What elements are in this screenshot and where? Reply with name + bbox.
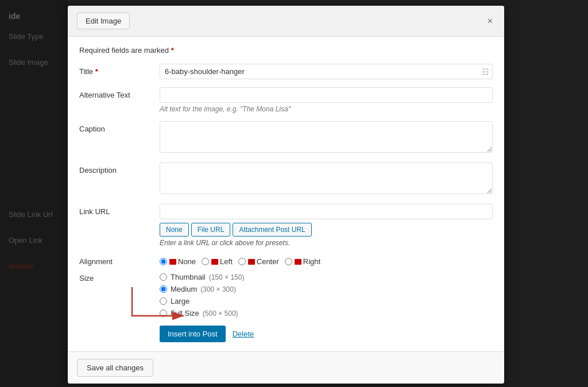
alignment-left-radio[interactable] <box>202 258 209 265</box>
link-url-input[interactable] <box>160 204 493 219</box>
required-fields-note: Required fields are marked * <box>79 46 493 55</box>
modal-footer: Save all changes <box>68 351 504 384</box>
size-medium-dims: (300 × 300) <box>200 285 236 293</box>
align-left-icon <box>211 259 218 265</box>
alignment-none-label: None <box>178 257 196 266</box>
size-fullsize-option[interactable]: Full Size (500 × 500) <box>160 309 244 318</box>
size-thumbnail-label: Thumbnail <box>171 273 206 281</box>
alignment-center-option[interactable]: Center <box>238 257 279 266</box>
alignment-none-radio[interactable] <box>160 258 167 265</box>
link-url-control: None File URL Attachment Post URL Enter … <box>160 204 493 254</box>
size-medium-option[interactable]: Medium (300 × 300) <box>160 285 244 293</box>
modal-body: Required fields are marked * Title * ☷ A… <box>68 37 504 351</box>
delete-link[interactable]: Delete <box>233 330 254 338</box>
attachment-post-url-button[interactable]: Attachment Post URL <box>233 223 311 237</box>
alignment-none-option[interactable]: None <box>160 257 196 266</box>
description-textarea[interactable] <box>160 162 493 194</box>
alignment-center-label: Center <box>257 257 279 266</box>
alt-text-hint: Alt text for the image, e.g. "The Mona L… <box>160 105 493 113</box>
edit-image-modal: Edit Image × Required fields are marked … <box>68 6 504 384</box>
size-large-radio[interactable] <box>160 297 167 305</box>
size-medium-label: Medium <box>171 285 197 293</box>
size-section: Size Thumbnail (150 × 150) Medium (300 ×… <box>79 273 493 318</box>
title-icon: ☷ <box>482 67 489 76</box>
title-label: Title * <box>79 64 160 76</box>
description-control <box>160 162 493 196</box>
align-center-icon <box>248 259 255 265</box>
modal-header: Edit Image × <box>68 6 504 37</box>
size-thumbnail-dims: (150 × 150) <box>209 273 245 281</box>
size-fullsize-radio[interactable] <box>160 309 167 317</box>
size-thumbnail-option[interactable]: Thumbnail (150 × 150) <box>160 273 244 281</box>
url-buttons-group: None File URL Attachment Post URL <box>160 223 493 237</box>
link-url-row: Link URL None File URL Attachment Post U… <box>79 204 493 254</box>
required-star: * <box>171 46 174 55</box>
description-row: Description <box>79 162 493 196</box>
title-control: ☷ <box>160 64 493 79</box>
size-label: Size <box>79 273 160 282</box>
size-large-option[interactable]: Large <box>160 297 244 305</box>
title-row: Title * ☷ <box>79 64 493 79</box>
description-label: Description <box>79 162 160 175</box>
alignment-label: Alignment <box>79 257 160 266</box>
caption-textarea[interactable] <box>160 121 493 153</box>
link-url-label: Link URL <box>79 204 160 216</box>
file-url-button[interactable]: File URL <box>191 223 231 237</box>
caption-label: Caption <box>79 121 160 133</box>
alignment-left-label: Left <box>220 257 233 266</box>
alt-text-control: Alt text for the image, e.g. "The Mona L… <box>160 87 493 113</box>
size-large-label: Large <box>171 297 189 305</box>
alignment-left-option[interactable]: Left <box>202 257 233 266</box>
url-hint: Enter a link URL or click above for pres… <box>160 239 493 247</box>
align-right-icon <box>295 259 301 265</box>
alt-text-row: Alternative Text Alt text for the image,… <box>79 87 493 113</box>
insert-into-post-button[interactable]: Insert into Post <box>160 326 226 342</box>
none-url-button[interactable]: None <box>160 223 189 237</box>
insert-section: Insert into Post Delete <box>79 326 493 342</box>
modal-close-button[interactable]: × <box>485 17 495 26</box>
alt-text-label: Alternative Text <box>79 87 160 99</box>
size-fullsize-dims: (500 × 500) <box>203 309 238 318</box>
size-fullsize-label: Full Size <box>171 309 199 318</box>
alignment-row: Alignment None Left <box>79 257 493 266</box>
size-thumbnail-radio[interactable] <box>160 273 167 281</box>
alignment-center-radio[interactable] <box>238 258 246 265</box>
save-all-changes-button[interactable]: Save all changes <box>77 359 153 377</box>
edit-image-button[interactable]: Edit Image <box>77 13 130 29</box>
caption-row: Caption <box>79 121 493 154</box>
align-none-icon <box>169 259 176 265</box>
alignment-right-label: Right <box>303 257 320 266</box>
alignment-right-radio[interactable] <box>285 258 292 265</box>
alignment-options: None Left Center <box>160 257 320 266</box>
size-options: Thumbnail (150 × 150) Medium (300 × 300)… <box>160 273 244 318</box>
alt-text-input[interactable] <box>160 87 493 103</box>
title-input[interactable] <box>160 64 493 79</box>
size-medium-radio[interactable] <box>160 285 167 293</box>
caption-control <box>160 121 493 154</box>
alignment-right-option[interactable]: Right <box>285 257 320 266</box>
